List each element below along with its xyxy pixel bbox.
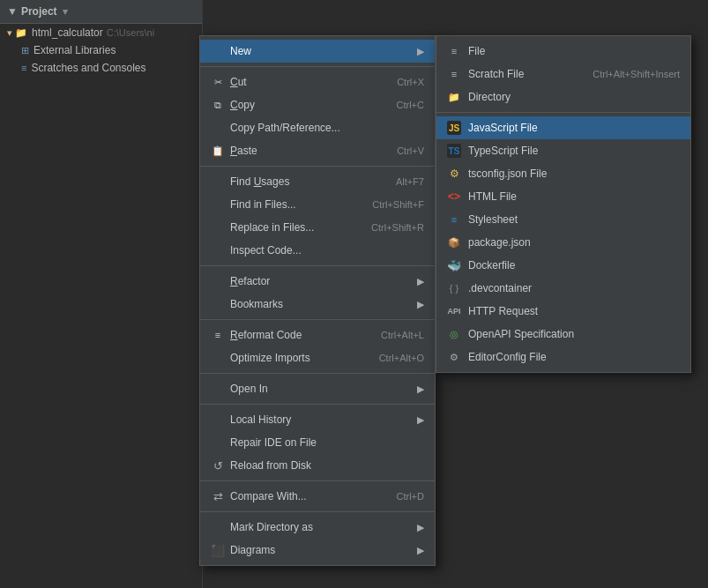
tree-root-item[interactable]: ▾ 📁 html_calculator C:\Users\ni <box>0 24 202 41</box>
find-files-icon <box>211 197 225 212</box>
menu-item-cut[interactable]: ✂ Cut Ctrl+X <box>200 71 435 93</box>
menu-cut-label: Cut <box>230 76 247 88</box>
menu-item-reformat[interactable]: ≡ Reformat Code Ctrl+Alt+L <box>200 324 435 346</box>
submenu-stylesheet[interactable]: ≡ Stylesheet <box>436 208 690 231</box>
reload-icon: ↺ <box>211 458 225 473</box>
optimize-icon <box>211 351 225 365</box>
external-libraries-item[interactable]: ⊞ External Libraries <box>0 41 202 59</box>
submenu-javascript-file[interactable]: JS JavaScript File <box>436 116 690 139</box>
js-file-icon: JS <box>447 121 461 135</box>
lib-icon: ⊞ <box>21 45 29 56</box>
menu-inspect-label: Inspect Code... <box>230 244 302 257</box>
project-title-arrow: ▾ <box>63 6 68 18</box>
menu-diagrams-label: Diagrams <box>230 544 275 556</box>
submenu-directory-label: Directory <box>468 91 511 103</box>
compare-shortcut: Ctrl+D <box>397 491 424 502</box>
menu-mark-dir-label: Mark Directory as <box>230 521 313 533</box>
menu-compare-label: Compare With... <box>230 490 307 502</box>
menu-item-inspect[interactable]: Inspect Code... <box>200 239 435 262</box>
menu-item-find-in-files[interactable]: Find in Files... Ctrl+Shift+F <box>200 193 435 216</box>
ts-file-icon: TS <box>447 144 461 158</box>
submenu-editorconfig-label: EditorConfig File <box>468 351 547 363</box>
menu-item-diagrams[interactable]: ⬛ Diagrams ▶ <box>200 539 435 562</box>
menu-bookmarks-label: Bookmarks <box>230 298 283 310</box>
html-file-icon: <> <box>447 190 461 204</box>
submenu-scratch-file-label: Scratch File <box>468 68 524 80</box>
submenu-openapi-label: OpenAPI Specification <box>468 328 574 340</box>
submenu-file[interactable]: ≡ File <box>436 40 690 63</box>
menu-item-find-usages[interactable]: Find Usages Alt+F7 <box>200 170 435 193</box>
submenu-html-file[interactable]: <> HTML File <box>436 185 690 208</box>
submenu-editorconfig[interactable]: ⚙ EditorConfig File <box>436 346 690 368</box>
paste-icon: 📋 <box>211 144 225 158</box>
scratch-icon: ≡ <box>21 63 26 73</box>
dockerfile-icon: 🐳 <box>447 258 461 272</box>
menu-item-mark-dir[interactable]: Mark Directory as ▶ <box>200 516 435 539</box>
optimize-shortcut: Ctrl+Alt+O <box>379 353 424 363</box>
menu-find-usages-label: Find Usages <box>230 175 289 188</box>
submenu-devcontainer[interactable]: { } .devcontainer <box>436 277 690 300</box>
submenu-dockerfile-label: Dockerfile <box>468 259 515 272</box>
separator-8 <box>200 511 435 512</box>
submenu-stylesheet-label: Stylesheet <box>468 213 518 226</box>
replace-icon <box>211 220 225 234</box>
find-files-shortcut: Ctrl+Shift+F <box>372 199 424 210</box>
local-history-arrow-icon: ▶ <box>417 414 424 426</box>
compare-icon: ⇄ <box>211 489 225 503</box>
separator-3 <box>200 265 435 266</box>
refactor-arrow-icon: ▶ <box>417 276 424 287</box>
menu-item-copy[interactable]: ⧉ Copy Ctrl+C <box>200 93 435 116</box>
project-chevron-icon: ▼ <box>7 5 18 18</box>
open-in-arrow-icon: ▶ <box>417 383 424 395</box>
menu-item-refactor[interactable]: Refactor ▶ <box>200 270 435 293</box>
submenu-js-label: JavaScript File <box>468 122 538 134</box>
menu-item-optimize[interactable]: Optimize Imports Ctrl+Alt+O <box>200 346 435 369</box>
menu-item-open-in[interactable]: Open In ▶ <box>200 377 435 400</box>
separator-5 <box>200 373 435 374</box>
submenu-http-label: HTTP Request <box>468 305 538 317</box>
menu-item-paste[interactable]: 📋 Paste Ctrl+V <box>200 139 435 162</box>
paste-shortcut: Ctrl+V <box>397 145 424 156</box>
menu-refactor-label: Refactor <box>230 275 270 287</box>
separator-4 <box>200 319 435 320</box>
directory-icon: 📁 <box>447 90 461 104</box>
project-title-bar[interactable]: ▼ Project ▾ <box>0 0 202 24</box>
scratches-consoles-item[interactable]: ≡ Scratches and Consoles <box>0 59 202 77</box>
menu-item-compare[interactable]: ⇄ Compare With... Ctrl+D <box>200 485 435 508</box>
project-panel: ▼ Project ▾ ▾ 📁 html_calculator C:\Users… <box>0 0 203 588</box>
menu-open-in-label: Open In <box>230 383 268 395</box>
scratch-file-icon: ≡ <box>447 67 461 81</box>
inspect-icon <box>211 243 225 257</box>
submenu-openapi[interactable]: ◎ OpenAPI Specification <box>436 323 690 346</box>
package-json-icon: 📦 <box>447 235 461 249</box>
menu-repair-ide-label: Repair IDE on File <box>230 436 317 449</box>
menu-item-new[interactable]: New ▶ <box>200 40 435 63</box>
submenu-dockerfile[interactable]: 🐳 Dockerfile <box>436 254 690 277</box>
menu-copy-path-label: Copy Path/Reference... <box>230 122 340 134</box>
submenu-scratch-file[interactable]: ≡ Scratch File Ctrl+Alt+Shift+Insert <box>436 63 690 86</box>
menu-item-repair-ide[interactable]: Repair IDE on File <box>200 431 435 454</box>
bookmarks-arrow-icon: ▶ <box>417 299 424 310</box>
external-libraries-label: External Libraries <box>34 44 116 56</box>
menu-item-copy-path[interactable]: Copy Path/Reference... <box>200 116 435 139</box>
menu-item-local-history[interactable]: Local History ▶ <box>200 408 435 431</box>
submenu-tsconfig-file[interactable]: ⚙ tsconfig.json File <box>436 162 690 185</box>
submenu-typescript-file[interactable]: TS TypeScript File <box>436 139 690 162</box>
bookmarks-icon <box>211 297 225 311</box>
submenu-directory[interactable]: 📁 Directory <box>436 86 690 108</box>
find-usages-shortcut: Alt+F7 <box>396 176 424 187</box>
menu-item-reload[interactable]: ↺ Reload from Disk <box>200 454 435 477</box>
submenu-tsconfig-label: tsconfig.json File <box>468 167 547 180</box>
tsconfig-file-icon: ⚙ <box>447 167 461 181</box>
menu-replace-label: Replace in Files... <box>230 221 314 234</box>
editorconfig-icon: ⚙ <box>447 350 461 364</box>
submenu-package-json[interactable]: 📦 package.json <box>436 231 690 254</box>
root-folder-icon: ▾ 📁 <box>7 27 27 39</box>
submenu-http-request[interactable]: API HTTP Request <box>436 300 690 323</box>
cut-shortcut: Ctrl+X <box>397 77 424 87</box>
separator-2 <box>200 166 435 167</box>
menu-item-replace[interactable]: Replace in Files... Ctrl+Shift+R <box>200 216 435 239</box>
menu-item-bookmarks[interactable]: Bookmarks ▶ <box>200 293 435 316</box>
context-menu: New ▶ ✂ Cut Ctrl+X ⧉ Copy Ctrl+C Copy Pa… <box>199 35 436 566</box>
submenu-new: ≡ File ≡ Scratch File Ctrl+Alt+Shift+Ins… <box>436 35 691 373</box>
